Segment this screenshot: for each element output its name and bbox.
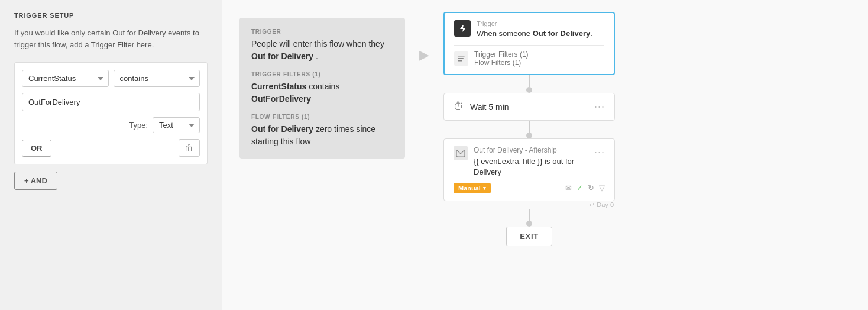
trigger-node-filters: Trigger Filters (1) Flow Filters (1) bbox=[454, 45, 604, 67]
wait-node: ⏱ Wait 5 min ··· bbox=[443, 93, 615, 121]
trigger-info-card: TRIGGER People will enter this flow when… bbox=[239, 18, 405, 159]
trigger-node-header: Trigger When someone Out for Delivery. bbox=[454, 20, 604, 39]
clock-icon: ⏱ bbox=[454, 101, 464, 113]
wait-text: Wait 5 min bbox=[470, 102, 509, 112]
panel-description: If you would like only certain Out for D… bbox=[14, 27, 208, 50]
trigger-info-trigger: TRIGGER People will enter this flow when… bbox=[251, 28, 393, 63]
badge-chevron-icon: ▾ bbox=[483, 185, 486, 191]
trigger-node: Trigger When someone Out for Delivery. T… bbox=[443, 12, 615, 75]
type-select[interactable]: Text bbox=[153, 117, 200, 133]
connector-dot-1 bbox=[526, 87, 532, 93]
exit-node: EXIT bbox=[506, 227, 552, 246]
manual-badge-label: Manual bbox=[458, 185, 481, 192]
email-body-2: Delivery bbox=[474, 167, 501, 176]
svg-rect-0 bbox=[458, 56, 465, 57]
flow-filter-bold: Out for Delivery bbox=[251, 124, 313, 134]
trigger-filters-text: CurrentStatus contains OutForDelivery bbox=[251, 80, 393, 105]
email-node: Out for Delivery - Aftership {{ event.ex… bbox=[443, 138, 615, 201]
delete-filter-button[interactable]: 🗑 bbox=[179, 139, 200, 157]
right-arrow-icon: ▶ bbox=[419, 47, 429, 63]
email-menu-button[interactable]: ··· bbox=[594, 146, 605, 159]
trigger-section-label: TRIGGER bbox=[251, 28, 393, 35]
trigger-node-bold: Out for Delivery bbox=[533, 29, 591, 38]
email-content: Out for Delivery - Aftership {{ event.ex… bbox=[474, 146, 574, 177]
connector-2 bbox=[526, 121, 532, 138]
manual-badge[interactable]: Manual ▾ bbox=[454, 183, 491, 193]
email-check-icon[interactable]: ✓ bbox=[576, 183, 583, 192]
wait-left: ⏱ Wait 5 min bbox=[454, 101, 509, 113]
email-title: Out for Delivery - Aftership bbox=[474, 146, 574, 154]
day-label-row: ↵ Day 0 bbox=[443, 201, 615, 209]
type-label: Type: bbox=[129, 121, 148, 130]
connector-line-3 bbox=[529, 209, 530, 221]
email-refresh-icon[interactable]: ↻ bbox=[588, 183, 594, 192]
trigger-node-text1: When someone bbox=[477, 29, 533, 38]
flow-filters-info: FLOW FILTERS (1) Out for Delivery zero t… bbox=[251, 114, 393, 148]
day-label: ↵ Day 0 bbox=[590, 201, 615, 209]
flow-filters-text: Out for Delivery zero times since starti… bbox=[251, 123, 393, 148]
email-footer: Manual ▾ ✉ ✓ ↻ ▽ bbox=[454, 183, 605, 193]
trigger-node-content: Trigger When someone Out for Delivery. bbox=[477, 20, 592, 39]
flow-filters-label: FLOW FILTERS (1) bbox=[251, 114, 393, 120]
operator-select[interactable]: contains bbox=[114, 70, 200, 87]
filter-row: CurrentStatus contains bbox=[22, 70, 200, 87]
connector-dot-2 bbox=[526, 133, 532, 138]
trigger-node-text: When someone Out for Delivery. bbox=[477, 28, 592, 39]
trigger-node-text2: . bbox=[590, 29, 592, 38]
filter-lines-icon bbox=[454, 51, 468, 66]
wait-menu-button[interactable]: ··· bbox=[594, 101, 605, 113]
or-button[interactable]: OR bbox=[22, 140, 51, 157]
filter-actions: OR 🗑 bbox=[22, 139, 200, 157]
svg-rect-2 bbox=[458, 60, 462, 62]
type-row: Type: Text bbox=[22, 117, 200, 133]
trigger-filter-info: Trigger Filters (1) Flow Filters (1) bbox=[474, 50, 529, 67]
connector-dot-3 bbox=[526, 221, 532, 227]
trigger-section-text: People will enter this flow when they Ou… bbox=[251, 38, 393, 63]
email-envelope-icon[interactable]: ✉ bbox=[565, 183, 572, 192]
add-and-button[interactable]: + AND bbox=[14, 172, 57, 190]
arrow-connector: ▶ bbox=[419, 12, 429, 63]
filter-op-value: contains bbox=[309, 82, 339, 91]
email-node-header: Out for Delivery - Aftership {{ event.ex… bbox=[454, 146, 605, 177]
flow-diagram: Trigger When someone Out for Delivery. T… bbox=[443, 12, 615, 246]
email-icon bbox=[454, 146, 468, 160]
email-filter-icon[interactable]: ▽ bbox=[599, 183, 605, 192]
trigger-text-2: . bbox=[316, 51, 318, 61]
filter-value-input[interactable] bbox=[22, 93, 200, 111]
flow-filters-count: Flow Filters (1) bbox=[474, 59, 529, 67]
trigger-filter-box: CurrentStatus contains Type: Text OR 🗑 bbox=[14, 62, 208, 164]
email-body-1: {{ event.extra.Title }} is out for bbox=[474, 157, 574, 166]
email-action-icons: ✉ ✓ ↻ ▽ bbox=[565, 183, 605, 192]
connector-line-1 bbox=[529, 75, 530, 87]
filter-value-text: OutForDelivery bbox=[251, 94, 311, 104]
connector-line-2 bbox=[529, 121, 530, 133]
svg-rect-1 bbox=[458, 58, 464, 59]
trigger-bold-text: Out for Delivery bbox=[251, 51, 313, 61]
trigger-text-1: People will enter this flow when they bbox=[251, 39, 384, 49]
flow-area: TRIGGER People will enter this flow when… bbox=[222, 0, 868, 310]
email-body: {{ event.extra.Title }} is out for Deliv… bbox=[474, 156, 574, 177]
trigger-filters-label: TRIGGER FILTERS (1) bbox=[251, 71, 393, 78]
trigger-filters-info: TRIGGER FILTERS (1) CurrentStatus contai… bbox=[251, 71, 393, 105]
exit-label: EXIT bbox=[520, 232, 539, 241]
field-select[interactable]: CurrentStatus bbox=[22, 70, 109, 87]
trigger-node-label: Trigger bbox=[477, 20, 592, 27]
panel-title: TRIGGER SETUP bbox=[14, 12, 208, 19]
filter-field-text: CurrentStatus bbox=[251, 82, 306, 91]
email-left: Out for Delivery - Aftership {{ event.ex… bbox=[454, 146, 574, 177]
connector-1 bbox=[526, 75, 532, 93]
trigger-filters-count: Trigger Filters (1) bbox=[474, 50, 529, 59]
trigger-lightning-icon bbox=[454, 20, 471, 37]
connector-3 bbox=[526, 209, 532, 227]
trigger-setup-panel: TRIGGER SETUP If you would like only cer… bbox=[0, 0, 222, 310]
